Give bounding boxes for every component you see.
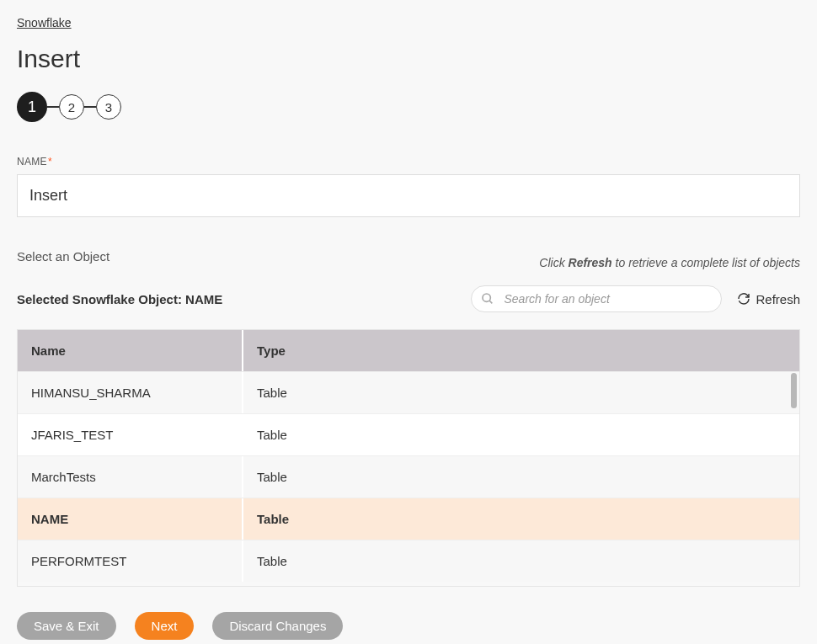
refresh-label: Refresh [756, 292, 800, 306]
name-field-label: NAME* [17, 156, 800, 168]
required-asterisk: * [48, 156, 52, 168]
svg-point-0 [483, 294, 490, 301]
step-3[interactable]: 3 [96, 94, 121, 120]
svg-line-1 [489, 301, 492, 303]
table-cell-name: HIMANSU_SHARMA [18, 372, 243, 413]
name-input[interactable] [17, 174, 800, 217]
table-cell-name: PERFORMTEST [18, 540, 243, 582]
table-row[interactable]: HIMANSU_SHARMATable [18, 371, 799, 413]
table-row[interactable]: MarchTestsTable [18, 455, 799, 498]
search-input[interactable] [471, 285, 722, 312]
table-cell-type: Table [243, 414, 799, 455]
table-cell-name: MarchTests [18, 456, 243, 498]
select-object-label: Select an Object [17, 249, 109, 263]
step-connector [84, 106, 96, 108]
scrollbar-thumb[interactable] [791, 373, 797, 408]
next-button[interactable]: Next [135, 612, 195, 640]
table-row[interactable]: NAMETable [18, 498, 799, 540]
scrollbar-track[interactable] [790, 371, 797, 586]
discard-button[interactable]: Discard Changes [212, 612, 343, 640]
breadcrumb-link[interactable]: Snowflake [17, 16, 72, 29]
table-row[interactable]: PERFORMTESTTable [18, 540, 799, 582]
table-body: HIMANSU_SHARMATableJFARIS_TESTTableMarch… [18, 371, 799, 586]
refresh-icon [737, 292, 750, 306]
table-row[interactable]: JFARIS_TESTTable [18, 413, 799, 455]
object-table: Name Type HIMANSU_SHARMATableJFARIS_TEST… [17, 329, 800, 587]
refresh-button[interactable]: Refresh [737, 292, 800, 306]
step-1[interactable]: 1 [17, 92, 47, 122]
selected-object-label: Selected Snowflake Object: NAME [17, 292, 222, 306]
search-icon [481, 292, 494, 306]
table-cell-type: Table [243, 540, 799, 582]
save-exit-button[interactable]: Save & Exit [17, 612, 116, 640]
table-header-type[interactable]: Type [243, 330, 799, 371]
table-header: Name Type [18, 330, 799, 371]
table-cell-type: Table [243, 498, 799, 540]
page-title: Insert [17, 45, 800, 73]
table-cell-name: JFARIS_TEST [18, 414, 243, 455]
stepper: 1 2 3 [17, 92, 800, 122]
step-2[interactable]: 2 [59, 94, 84, 120]
step-connector [47, 106, 59, 108]
table-cell-type: Table [243, 456, 799, 498]
table-cell-name: NAME [18, 498, 243, 540]
table-cell-type: Table [243, 372, 799, 413]
table-header-name[interactable]: Name [18, 330, 243, 371]
refresh-hint: Click Refresh to retrieve a complete lis… [539, 256, 800, 269]
